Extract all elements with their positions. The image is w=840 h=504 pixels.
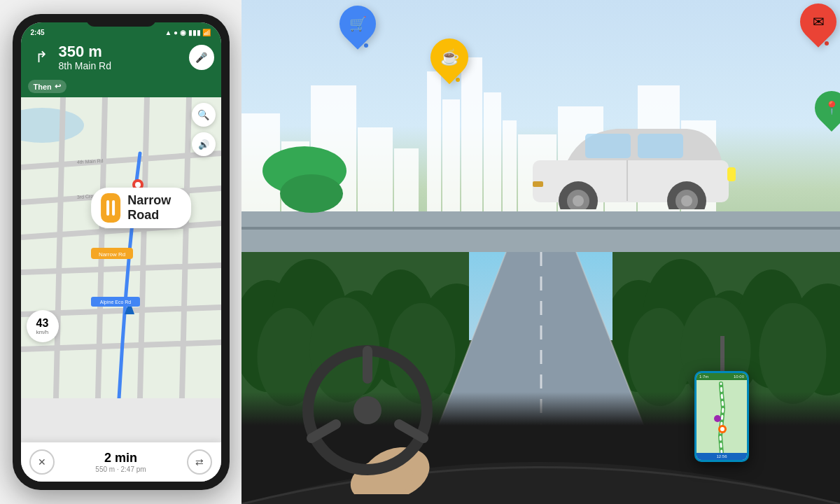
eta-details: 550 m · 2:47 pm — [95, 465, 146, 473]
svg-rect-31 — [727, 167, 736, 181]
road-surface — [241, 211, 840, 252]
illustration-panel: 🛒 ☕ ✉ 📍 — [241, 0, 840, 252]
waze-time-bar: 12:56 — [696, 453, 747, 460]
red-mail-pin: ✉ — [800, 4, 836, 46]
eta-info: 2 min 550 m · 2:47 pm — [95, 451, 146, 473]
nav-instruction: ↱ 350 m 8th Main Rd 🎤 — [28, 43, 214, 71]
svg-rect-32 — [533, 181, 543, 187]
shopping-pin-icon: 🛒 — [349, 15, 367, 32]
narrow-road-icon — [101, 193, 121, 223]
mic-button[interactable]: 🎤 — [189, 45, 214, 70]
steering-wheel — [298, 340, 451, 497]
speed-value: 43 — [36, 318, 49, 329]
svg-text:Alpine Eco Rd: Alpine Eco Rd — [99, 300, 130, 305]
blue-shopping-pin: 🛒 — [340, 6, 376, 48]
bottom-nav-bar: ✕ 2 min 550 m · 2:47 pm ⇄ — [21, 442, 221, 482]
status-time: 2:45 — [31, 29, 45, 36]
narrow-road-text: Narrow Road — [127, 193, 181, 223]
svg-point-65 — [720, 427, 724, 431]
eta-time: 2 min — [95, 451, 146, 465]
then-label: Then ↩ — [28, 80, 66, 93]
nav-distance: 350 m — [59, 43, 189, 60]
nav-road: 8th Main Rd — [59, 60, 189, 71]
map-area[interactable]: Narrow Rd Alpine Eco Rd 4th Main Rd 3rd … — [21, 97, 221, 398]
search-button[interactable]: 🔍 — [192, 103, 216, 127]
route-options-button[interactable]: ⇄ — [187, 449, 212, 475]
close-button[interactable]: ✕ — [29, 449, 55, 475]
svg-rect-24 — [638, 134, 683, 158]
then-arrow-icon: ↩ — [55, 82, 61, 91]
green-pin: 📍 — [815, 91, 840, 125]
svg-point-14 — [135, 182, 141, 188]
then-bar: Then ↩ — [21, 77, 221, 97]
turn-arrow: ↱ — [28, 44, 55, 71]
yellow-coffee-pin: ☕ — [430, 38, 468, 82]
bush-left — [262, 146, 346, 213]
svg-text:Narrow Rd: Narrow Rd — [98, 251, 125, 258]
svg-point-30 — [681, 195, 692, 206]
narrow-road-badge: Narrow Road — [91, 188, 191, 228]
waze-status: 1:7m10:00 — [696, 373, 747, 380]
phone-mockup: 2:45 ▲ ● ◉ ▮▮▮ 📶 ↱ 350 m 8th Main Rd 🎤 T… — [13, 14, 230, 490]
mail-pin-icon: ✉ — [813, 13, 825, 30]
speed-badge: 43 km/h — [27, 310, 59, 342]
svg-rect-23 — [585, 134, 631, 158]
phone-notch — [86, 14, 156, 27]
speed-unit: km/h — [36, 329, 48, 335]
sound-button[interactable]: 🔊 — [192, 132, 216, 156]
car-illustration — [519, 118, 743, 212]
driving-photo-panel: 1:7m10:00 — [241, 252, 840, 504]
left-panel: 2:45 ▲ ● ◉ ▮▮▮ 📶 ↱ 350 m 8th Main Rd 🎤 T… — [0, 0, 241, 504]
nav-header: ↱ 350 m 8th Main Rd 🎤 — [21, 39, 221, 77]
waze-phone: 1:7m10:00 — [694, 336, 749, 462]
svg-point-66 — [714, 415, 721, 422]
right-panel: 🛒 ☕ ✉ 📍 — [241, 0, 840, 504]
phone-screen: 2:45 ▲ ● ◉ ▮▮▮ 📶 ↱ 350 m 8th Main Rd 🎤 T… — [21, 22, 221, 482]
svg-point-27 — [573, 195, 584, 206]
coffee-pin-icon: ☕ — [440, 48, 459, 66]
svg-point-51 — [760, 303, 827, 404]
status-icons: ▲ ● ◉ ▮▮▮ 📶 — [164, 29, 211, 36]
svg-point-62 — [354, 396, 382, 424]
